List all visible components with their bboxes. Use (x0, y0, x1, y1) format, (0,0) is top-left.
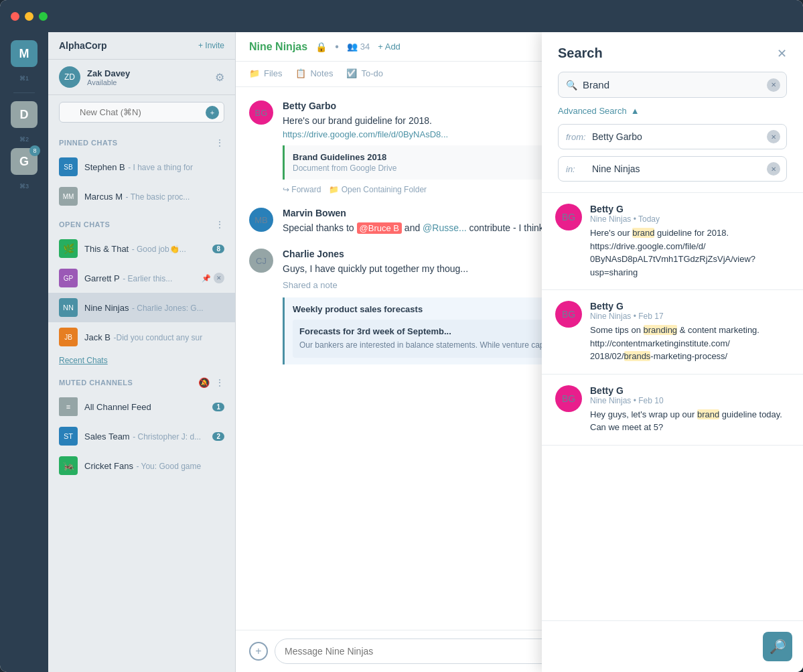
search-close-button[interactable]: ✕ (777, 46, 787, 61)
open-chat-garrett[interactable]: GP Garrett P - Earlier this... 📌 ✕ (48, 263, 235, 293)
search-input-clear-icon[interactable]: ✕ (767, 78, 780, 92)
muted-channels-header: MUTED CHANNELS 🔕 ⋮ (48, 369, 235, 392)
muted-channel-cricket[interactable]: 🦗 Cricket Fans - You: Good game (48, 451, 235, 480)
sidebar-search-input[interactable] (59, 102, 224, 123)
muted-channels-bell-icon[interactable]: 🔕 (198, 377, 210, 388)
in-search-input[interactable] (558, 156, 787, 182)
open-chat-preview-garrett: - Earlier this... (123, 274, 172, 283)
sidebar-search-wrapper: + (59, 102, 224, 123)
settings-icon[interactable]: ⚙ (215, 71, 224, 84)
search-camera-button[interactable]: 🔎 (763, 632, 792, 661)
muted-channel-avatar-sales: ST (59, 427, 78, 446)
search-panel-header: Search ✕ 🔍 ✕ Advanced Search ▲ (542, 32, 803, 193)
icon-bar-divider (13, 92, 35, 93)
from-search-input[interactable] (558, 124, 787, 149)
invite-button[interactable]: + Invite (198, 41, 224, 50)
open-folder-action[interactable]: 📁 Open Containing Folder (329, 185, 427, 194)
pinned-chat-item-stephen[interactable]: SB Stephen B - I have a thing for (48, 152, 235, 182)
search-highlight-3: brand (697, 409, 719, 419)
search-result-avatar-3: BG (555, 385, 582, 412)
open-chat-jack[interactable]: JB Jack B -Did you conduct any sur (48, 322, 235, 352)
search-result-3[interactable]: BG Betty G Nine Ninjas • Feb 10 Hey guys… (542, 375, 803, 446)
pinned-chats-header: PINNED CHATS ⋮ (48, 129, 235, 152)
pinned-chat-avatar-stephen: SB (59, 157, 78, 176)
search-result-2[interactable]: BG Betty G Nine Ninjas • Feb 17 Some tip… (542, 290, 803, 375)
icon-bar-shortcut-1: ⌘1 (19, 75, 29, 82)
tab-notes[interactable]: 📋 Notes (295, 62, 333, 86)
search-result-1[interactable]: BG Betty G Nine Ninjas • Today Here's ou… (542, 193, 803, 290)
advanced-search-label: Advanced Search (558, 106, 627, 116)
muted-channels-more-icon[interactable]: ⋮ (215, 377, 224, 388)
muted-channel-all-feed[interactable]: ≡ All Channel Feed 1 (48, 392, 235, 421)
sidebar-user: ZD Zak Davey Available ⚙ (48, 60, 235, 95)
search-result-text-2: Some tips on branding & content marketin… (590, 324, 790, 363)
muted-channels-title: MUTED CHANNELS (59, 379, 133, 387)
open-chat-this-that[interactable]: 🌿 This & That - Good job👏... 8 (48, 234, 235, 263)
forward-action[interactable]: ↪ Forward (283, 185, 321, 194)
maximize-button[interactable] (39, 12, 48, 21)
search-result-meta-3: Nine Ninjas • Feb 10 (590, 396, 790, 405)
open-chat-name-nine-ninjas: Nine Ninjas (84, 303, 129, 313)
open-chats-section: OPEN CHATS ⋮ 🌿 This & That - Good job👏..… (48, 211, 235, 369)
advanced-search-rows: from: ✕ in: ✕ (558, 124, 787, 182)
members-icon: 👥 (347, 42, 358, 52)
open-chats-more-icon[interactable]: ⋮ (215, 219, 224, 230)
pinned-chat-item-marcus[interactable]: MM Marcus M - The basic proc... (48, 182, 235, 211)
pinned-chat-avatar-marcus: MM (59, 187, 78, 206)
advanced-search-toggle[interactable]: Advanced Search ▲ (558, 106, 787, 116)
pinned-chat-preview-marcus: - The basic proc... (126, 192, 190, 202)
icon-bar-avatar-d[interactable]: D (11, 101, 38, 128)
open-chats-header: OPEN CHATS ⋮ (48, 211, 235, 234)
in-clear-icon[interactable]: ✕ (767, 162, 780, 176)
icon-bar: M ⌘1 D ⌘2 G 8 ⌘3 (0, 32, 48, 672)
icon-bar-shortcut-3: ⌘3 (19, 183, 29, 190)
minimize-button[interactable] (25, 12, 33, 21)
search-input-field[interactable] (558, 72, 787, 98)
muted-channel-name-all-feed: All Channel Feed (84, 402, 151, 412)
search-result-name-1: Betty G (590, 204, 790, 214)
search-results: BG Betty G Nine Ninjas • Today Here's ou… (542, 193, 803, 620)
search-result-text-1: Here's our brand guideline for 2018. htt… (590, 226, 790, 279)
pinned-chat-preview-stephen: - I have a thing for (128, 163, 193, 172)
sidebar: AlphaCorp + Invite ZD Zak Davey Availabl… (48, 32, 236, 672)
message-avatar-charlie: CJ (249, 249, 273, 273)
todo-tab-icon: ☑️ (346, 68, 357, 78)
muted-channel-badge-all-feed: 1 (212, 403, 224, 411)
open-chat-content-nine-ninjas: Nine Ninjas - Charlie Jones: G... (84, 301, 224, 314)
pinned-chats-more-icon[interactable]: ⋮ (215, 137, 224, 148)
muted-channel-preview-sales: - Christopher J: d... (133, 432, 201, 442)
close-icon-garrett[interactable]: ✕ (214, 273, 224, 283)
open-chat-avatar-jack: JB (59, 328, 78, 346)
open-chat-nine-ninjas[interactable]: NN Nine Ninjas - Charlie Jones: G... (48, 293, 235, 322)
search-result-avatar-2: BG (555, 301, 582, 328)
chat-title: Nine Ninjas (249, 41, 307, 53)
user-status: Available (87, 78, 208, 86)
notes-tab-label: Notes (310, 68, 333, 78)
from-clear-icon[interactable]: ✕ (767, 130, 780, 143)
tab-files[interactable]: 📁 Files (249, 62, 282, 86)
search-result-name-2: Betty G (590, 301, 790, 312)
open-chat-avatar-garrett: GP (59, 269, 78, 287)
mention-bruce: @Bruce B (357, 222, 402, 234)
message-link-betty-1[interactable]: https://drive.google.com/file/d/0ByNAsD8… (283, 129, 448, 139)
open-chat-content-this-that: This & That - Good job👏... (84, 243, 206, 255)
muted-channel-sales[interactable]: ST Sales Team - Christopher J: d... 2 (48, 421, 235, 451)
recent-chats-link[interactable]: Recent Chats (48, 352, 235, 369)
open-chat-name-garrett: Garrett P (84, 273, 120, 283)
user-name: Zak Davey (87, 68, 208, 78)
icon-bar-avatar-m[interactable]: M (11, 40, 38, 67)
sidebar-header: AlphaCorp + Invite (48, 32, 235, 60)
open-chat-name-jack: Jack B (84, 332, 111, 342)
close-button[interactable] (11, 12, 19, 21)
user-avatar: ZD (59, 66, 80, 88)
message-avatar-marvin: MB (249, 208, 273, 232)
new-chat-plus-icon[interactable]: + (206, 106, 219, 119)
add-member-button[interactable]: + Add (378, 42, 400, 52)
muted-channel-content-cricket: Cricket Fans - You: Good game (84, 460, 224, 472)
chat-input-plus-icon[interactable]: + (249, 642, 268, 661)
tab-todo[interactable]: ☑️ To-do (346, 62, 383, 86)
search-highlight-2b: brands (624, 351, 651, 361)
chat-area: Nine Ninjas 🔒 • 👥 34 + Add ⋯ 📁 Files 📋 (236, 32, 803, 672)
chat-members: 👥 34 (347, 42, 370, 52)
open-chat-preview-this-that: - Good job👏... (132, 245, 186, 254)
